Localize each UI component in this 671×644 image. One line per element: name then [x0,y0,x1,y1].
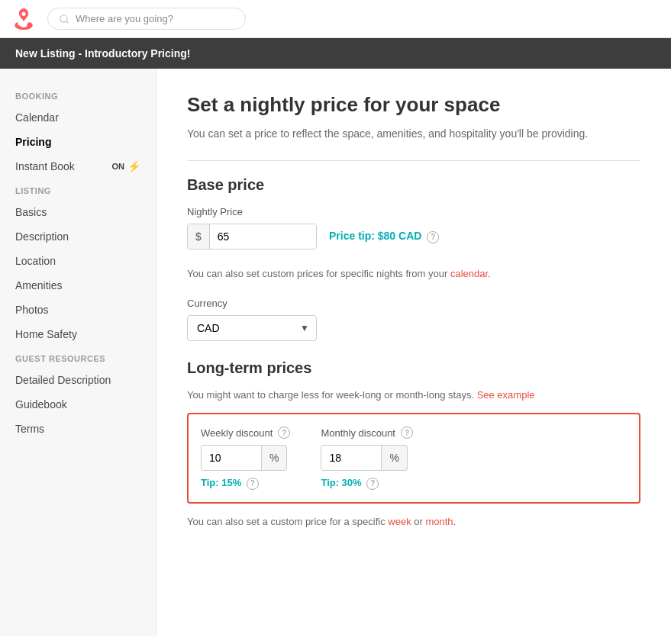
price-tip-help-icon[interactable]: ? [427,231,439,243]
sidebar-item-label: Photos [15,304,49,316]
sidebar-item-label: Location [15,255,56,267]
bolt-icon: ⚡ [127,160,140,172]
svg-point-0 [60,14,67,21]
sidebar-item-basics[interactable]: Basics [0,200,156,224]
long-term-note-text: You might want to charge less for week-l… [187,389,474,401]
currency-group: Currency CAD USD EUR GBP AUD ▼ [187,298,640,341]
sidebar-item-guidebook[interactable]: Guidebook [0,392,156,417]
main-content: Set a nightly price for your space You c… [156,69,671,636]
sidebar-item-amenities[interactable]: Amenities [0,273,156,298]
sidebar-item-label: Detailed Description [15,374,111,386]
sidebar-item-location[interactable]: Location [0,249,156,273]
instant-book-badge: ON ⚡ [112,160,141,172]
page-layout: Booking Calendar Pricing Instant Book ON… [0,69,671,636]
currency-label: Currency [187,298,640,309]
currency-select-wrapper: CAD USD EUR GBP AUD ▼ [187,315,317,341]
weekly-discount-input-row: % [201,445,290,471]
sidebar-item-label: Calendar [15,111,59,124]
sidebar-item-label: Pricing [15,136,51,148]
sidebar-item-photos[interactable]: Photos [0,298,156,322]
currency-symbol: $ [188,224,210,249]
long-term-note: You might want to charge less for week-l… [187,389,640,401]
calendar-link[interactable]: calendar [450,268,488,279]
sidebar-item-label: Home Safety [15,328,77,340]
monthly-tip-text: Tip: 30% [321,477,361,488]
calendar-note: You can also set custom prices for speci… [187,268,640,279]
banner-text: New Listing - Introductory Pricing! [15,47,190,60]
monthly-percent-badge: % [382,445,407,471]
sidebar-item-detailed-description[interactable]: Detailed Description [0,368,156,392]
sidebar-section-guest-resources: Guest Resources [0,346,156,368]
instant-book-status: ON [112,162,125,171]
weekly-discount-label-text: Weekly discount [201,427,273,439]
price-tip: Price tip: $80 CAD [329,230,421,242]
price-input-row: $ Price tip: $80 CAD ? [187,224,640,250]
sidebar-section-booking: Booking [0,84,156,105]
monthly-discount-label: Monthly discount ? [321,427,413,439]
search-placeholder: Where are you going? [76,13,173,24]
page-title: Set a nightly price for your space [187,93,640,117]
search-bar[interactable]: Where are you going? [47,8,246,30]
sidebar-item-label: Terms [15,423,44,435]
custom-price-note: You can also set a custom price for a sp… [187,516,640,527]
base-price-title: Base price [187,176,640,194]
page-subtitle: You can set a price to reflect the space… [187,126,640,142]
currency-select[interactable]: CAD USD EUR GBP AUD [187,315,317,341]
week-link[interactable]: week [388,516,411,527]
nightly-price-group: Nightly Price $ Price tip: $80 CAD ? [187,206,640,250]
monthly-discount-help-icon[interactable]: ? [401,427,413,439]
month-link[interactable]: month [425,516,453,527]
sidebar-item-label: Amenities [15,279,62,291]
monthly-discount-label-text: Monthly discount [321,427,395,439]
weekly-tip-help-icon[interactable]: ? [247,478,259,490]
price-tip-row: Price tip: $80 CAD ? [329,230,439,243]
svg-line-1 [66,21,69,23]
custom-note-mid: or [414,516,425,527]
weekly-tip: Tip: 15% ? [201,477,290,490]
sidebar-item-home-safety[interactable]: Home Safety [0,322,156,346]
weekly-discount-input[interactable] [201,445,262,471]
sidebar-section-listing: Listing [0,179,156,200]
discount-box: Weekly discount ? % Tip: 15% ? Monthly d… [187,413,640,504]
monthly-tip-help-icon[interactable]: ? [366,478,379,490]
custom-note-end: . [453,516,456,527]
sidebar-item-description[interactable]: Description [0,224,156,249]
sidebar: Booking Calendar Pricing Instant Book ON… [0,69,156,636]
sidebar-item-calendar[interactable]: Calendar [0,105,156,130]
custom-note-before: You can also set a custom price for a sp… [187,516,386,527]
sidebar-item-label: Guidebook [15,398,67,411]
sidebar-item-label: Basics [15,206,47,218]
weekly-percent-badge: % [262,445,287,471]
weekly-discount-group: Weekly discount ? % Tip: 15% ? [201,427,290,490]
divider [187,160,640,161]
sidebar-item-terms[interactable]: Terms [0,417,156,441]
long-term-title: Long-term prices [187,359,640,377]
weekly-discount-help-icon[interactable]: ? [278,427,290,439]
monthly-discount-input[interactable] [321,445,382,471]
sidebar-item-label: Instant Book [15,160,75,172]
sidebar-item-instant-book[interactable]: Instant Book ON ⚡ [0,154,156,179]
monthly-discount-group: Monthly discount ? % Tip: 30% ? [321,427,413,490]
see-example-link[interactable]: See example [477,389,535,401]
search-icon [59,14,69,24]
weekly-discount-label: Weekly discount ? [201,427,290,439]
top-nav: Where are you going? [0,0,671,38]
nightly-price-label: Nightly Price [187,206,640,217]
monthly-tip: Tip: 30% ? [321,477,413,490]
airbnb-logo[interactable] [12,8,35,31]
sidebar-item-label: Description [15,230,69,243]
weekly-tip-text: Tip: 15% [201,477,241,488]
nightly-price-input[interactable] [210,224,316,249]
calendar-note-text: You can also set custom prices for speci… [187,268,447,279]
price-input-wrapper: $ [187,224,317,250]
sidebar-item-pricing[interactable]: Pricing [0,130,156,154]
monthly-discount-input-row: % [321,445,413,471]
banner: New Listing - Introductory Pricing! [0,38,671,69]
